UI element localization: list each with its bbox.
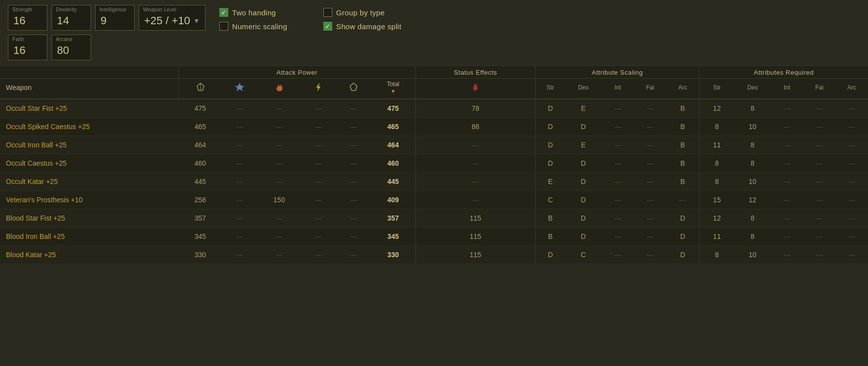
sort-indicator: ▼ (391, 89, 396, 94)
table-cell: — (634, 136, 666, 154)
total-col-header[interactable]: Total▼ (371, 79, 415, 99)
arcane-box[interactable]: Arcane 80 (51, 35, 91, 60)
table-cell: C (565, 246, 602, 264)
show-damage-split-checkbox[interactable]: ✓ (323, 22, 332, 31)
table-cell: Veteran's Prosthesis +10 (0, 191, 178, 209)
table-cell: — (301, 136, 336, 154)
table-cell: 15 (699, 191, 734, 209)
weapon-level-dropdown[interactable]: ▼ (193, 17, 200, 25)
req-fai-header: Fai (803, 79, 835, 99)
table-cell: — (835, 246, 868, 264)
table-cell: 330 (371, 246, 415, 264)
table-cell: D (535, 246, 565, 264)
table-cell: D (666, 209, 700, 228)
table-cell: 8 (734, 99, 771, 118)
intelligence-label: Intelligence (100, 7, 126, 12)
table-cell: 475 (371, 99, 415, 118)
table-cell: — (835, 154, 868, 173)
table-cell: B (535, 209, 565, 228)
magic-icon (235, 82, 245, 92)
svg-marker-2 (235, 83, 244, 91)
table-cell: — (336, 154, 371, 173)
table-cell: Occult Caestus +25 (0, 154, 178, 173)
table-row[interactable]: Occult Katar +25445————445—ED——B810——— (0, 173, 868, 191)
table-cell: — (257, 173, 301, 191)
table-cell: — (803, 118, 835, 136)
table-cell: 464 (371, 136, 415, 154)
table-cell: 357 (371, 209, 415, 228)
group-by-type-checkbox[interactable] (323, 8, 332, 17)
table-cell: — (602, 99, 634, 118)
fire-icon (274, 82, 284, 92)
table-row[interactable]: Blood Katar +25330————330115DC——D810——— (0, 246, 868, 264)
table-cell: 445 (371, 173, 415, 191)
table-cell: — (835, 209, 868, 228)
table-cell: Blood Star Fist +25 (0, 209, 178, 228)
table-cell: 345 (178, 228, 222, 246)
table-cell: D (565, 118, 602, 136)
dexterity-box[interactable]: Dexterity 14 (51, 5, 91, 31)
table-cell: — (602, 136, 634, 154)
two-handing-label: Two handing (232, 8, 276, 17)
table-cell: — (222, 173, 257, 191)
table-cell: — (222, 136, 257, 154)
table-cell: — (803, 246, 835, 264)
table-row[interactable]: Occult Star Fist +25475————47578DE——B128… (0, 99, 868, 118)
checkbox-row-1: ✓ Two handing Group by type (219, 8, 422, 17)
weapon-level-value: +25 / +10 ▼ (144, 14, 200, 27)
table-row[interactable]: Occult Spiked Caestus +25465————46588DD—… (0, 118, 868, 136)
numeric-scaling-checkbox[interactable] (219, 22, 228, 31)
table-cell: 115 (415, 246, 535, 264)
table-cell: — (222, 118, 257, 136)
scale-str-header: Str (535, 79, 565, 99)
top-bar: Strength 16 Dexterity 14 Intelligence 9 … (0, 0, 868, 66)
table-row[interactable]: Veteran's Prosthesis +10258—150——409—CD—… (0, 191, 868, 209)
table-cell: — (803, 209, 835, 228)
table-cell: 8 (699, 246, 734, 264)
table-cell: — (803, 173, 835, 191)
scale-dex-header: Dex (565, 79, 602, 99)
table-cell: 460 (178, 154, 222, 173)
table-cell: — (771, 154, 803, 173)
table-cell: — (771, 99, 803, 118)
table-cell: D (565, 228, 602, 246)
table-cell: B (666, 99, 700, 118)
intelligence-box[interactable]: Intelligence 9 (95, 5, 135, 31)
faith-box[interactable]: Faith 16 (8, 35, 48, 60)
numeric-scaling-item: Numeric scaling (219, 22, 318, 31)
table-cell: — (415, 191, 535, 209)
table-cell: 150 (257, 191, 301, 209)
table-cell: 465 (371, 118, 415, 136)
table-cell: — (835, 173, 868, 191)
table-cell: 8 (699, 173, 734, 191)
table-cell: — (771, 228, 803, 246)
table-cell: — (602, 209, 634, 228)
table-cell: E (535, 173, 565, 191)
holy-icon (349, 82, 358, 92)
table-row[interactable]: Occult Iron Ball +25464————464—DE——B118—… (0, 136, 868, 154)
weapon-level-box[interactable]: Weapon Level +25 / +10 ▼ (139, 5, 205, 31)
table-cell: — (301, 99, 336, 118)
table-cell: — (336, 173, 371, 191)
table-cell: — (301, 228, 336, 246)
table-cell: 8 (734, 209, 771, 228)
table-row[interactable]: Blood Star Fist +25357————357115BD——D128… (0, 209, 868, 228)
table-cell: — (336, 246, 371, 264)
two-handing-checkbox[interactable]: ✓ (219, 8, 228, 17)
scale-int-header: Int (602, 79, 634, 99)
attack-phys-icon-col (178, 79, 222, 99)
arcane-value: 80 (57, 44, 86, 57)
table-cell: B (535, 228, 565, 246)
table-cell: — (803, 228, 835, 246)
table-cell: 8 (699, 154, 734, 173)
attack-power-header: Attack Power (178, 66, 415, 79)
weapon-table-container: Attack Power Status Effects Attribute Sc… (0, 66, 868, 264)
table-row[interactable]: Occult Caestus +25460————460—DD——B88——— (0, 154, 868, 173)
table-cell: B (666, 118, 700, 136)
table-cell: — (222, 99, 257, 118)
dexterity-value: 14 (57, 14, 86, 27)
table-row[interactable]: Blood Iron Ball +25345————345115BD——D118… (0, 228, 868, 246)
table-cell: 357 (178, 209, 222, 228)
table-cell: — (803, 191, 835, 209)
strength-box[interactable]: Strength 16 (8, 5, 48, 31)
